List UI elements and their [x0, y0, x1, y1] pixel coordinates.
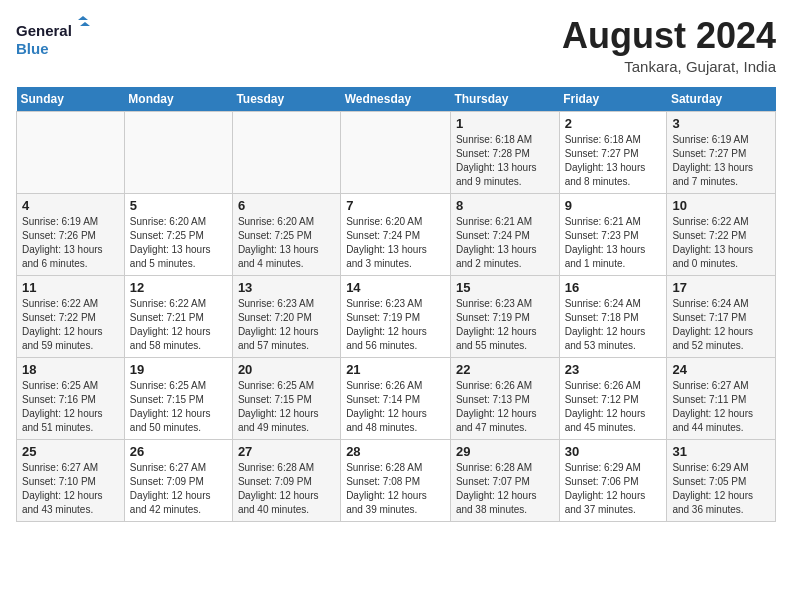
- day-number: 12: [130, 280, 227, 295]
- day-number: 6: [238, 198, 335, 213]
- day-number: 24: [672, 362, 770, 377]
- day-number: 10: [672, 198, 770, 213]
- calendar-day-22: 22Sunrise: 6:26 AMSunset: 7:13 PMDayligh…: [450, 357, 559, 439]
- day-number: 16: [565, 280, 662, 295]
- day-info: Sunrise: 6:20 AMSunset: 7:25 PMDaylight:…: [238, 215, 335, 271]
- weekday-header-monday: Monday: [124, 87, 232, 112]
- day-number: 17: [672, 280, 770, 295]
- day-number: 22: [456, 362, 554, 377]
- day-number: 14: [346, 280, 445, 295]
- calendar-week-row: 4Sunrise: 6:19 AMSunset: 7:26 PMDaylight…: [17, 193, 776, 275]
- calendar-empty-cell: [124, 111, 232, 193]
- day-info: Sunrise: 6:25 AMSunset: 7:15 PMDaylight:…: [130, 379, 227, 435]
- calendar-day-10: 10Sunrise: 6:22 AMSunset: 7:22 PMDayligh…: [667, 193, 776, 275]
- weekday-header-thursday: Thursday: [450, 87, 559, 112]
- day-number: 2: [565, 116, 662, 131]
- weekday-header-row: SundayMondayTuesdayWednesdayThursdayFrid…: [17, 87, 776, 112]
- title-block: August 2024 Tankara, Gujarat, India: [562, 16, 776, 75]
- day-info: Sunrise: 6:22 AMSunset: 7:22 PMDaylight:…: [672, 215, 770, 271]
- day-number: 30: [565, 444, 662, 459]
- calendar-week-row: 25Sunrise: 6:27 AMSunset: 7:10 PMDayligh…: [17, 439, 776, 521]
- day-info: Sunrise: 6:28 AMSunset: 7:07 PMDaylight:…: [456, 461, 554, 517]
- calendar-day-2: 2Sunrise: 6:18 AMSunset: 7:27 PMDaylight…: [559, 111, 667, 193]
- day-number: 28: [346, 444, 445, 459]
- calendar-empty-cell: [17, 111, 125, 193]
- day-info: Sunrise: 6:21 AMSunset: 7:24 PMDaylight:…: [456, 215, 554, 271]
- day-number: 18: [22, 362, 119, 377]
- day-info: Sunrise: 6:28 AMSunset: 7:08 PMDaylight:…: [346, 461, 445, 517]
- calendar-day-8: 8Sunrise: 6:21 AMSunset: 7:24 PMDaylight…: [450, 193, 559, 275]
- svg-text:Blue: Blue: [16, 40, 49, 57]
- calendar-day-24: 24Sunrise: 6:27 AMSunset: 7:11 PMDayligh…: [667, 357, 776, 439]
- day-info: Sunrise: 6:20 AMSunset: 7:24 PMDaylight:…: [346, 215, 445, 271]
- calendar-day-19: 19Sunrise: 6:25 AMSunset: 7:15 PMDayligh…: [124, 357, 232, 439]
- day-number: 3: [672, 116, 770, 131]
- day-info: Sunrise: 6:24 AMSunset: 7:17 PMDaylight:…: [672, 297, 770, 353]
- calendar-day-13: 13Sunrise: 6:23 AMSunset: 7:20 PMDayligh…: [232, 275, 340, 357]
- calendar-day-14: 14Sunrise: 6:23 AMSunset: 7:19 PMDayligh…: [341, 275, 451, 357]
- day-number: 23: [565, 362, 662, 377]
- logo: General Blue: [16, 16, 96, 64]
- day-info: Sunrise: 6:22 AMSunset: 7:21 PMDaylight:…: [130, 297, 227, 353]
- svg-text:General: General: [16, 22, 72, 39]
- calendar-day-30: 30Sunrise: 6:29 AMSunset: 7:06 PMDayligh…: [559, 439, 667, 521]
- calendar-day-12: 12Sunrise: 6:22 AMSunset: 7:21 PMDayligh…: [124, 275, 232, 357]
- day-number: 25: [22, 444, 119, 459]
- day-info: Sunrise: 6:19 AMSunset: 7:27 PMDaylight:…: [672, 133, 770, 189]
- day-info: Sunrise: 6:18 AMSunset: 7:28 PMDaylight:…: [456, 133, 554, 189]
- day-number: 1: [456, 116, 554, 131]
- day-info: Sunrise: 6:23 AMSunset: 7:19 PMDaylight:…: [346, 297, 445, 353]
- day-number: 7: [346, 198, 445, 213]
- day-number: 31: [672, 444, 770, 459]
- calendar-week-row: 11Sunrise: 6:22 AMSunset: 7:22 PMDayligh…: [17, 275, 776, 357]
- calendar-day-16: 16Sunrise: 6:24 AMSunset: 7:18 PMDayligh…: [559, 275, 667, 357]
- day-number: 27: [238, 444, 335, 459]
- calendar-day-25: 25Sunrise: 6:27 AMSunset: 7:10 PMDayligh…: [17, 439, 125, 521]
- day-info: Sunrise: 6:20 AMSunset: 7:25 PMDaylight:…: [130, 215, 227, 271]
- svg-marker-2: [78, 16, 88, 20]
- day-number: 13: [238, 280, 335, 295]
- weekday-header-saturday: Saturday: [667, 87, 776, 112]
- calendar-table: SundayMondayTuesdayWednesdayThursdayFrid…: [16, 87, 776, 522]
- day-number: 9: [565, 198, 662, 213]
- day-number: 15: [456, 280, 554, 295]
- day-info: Sunrise: 6:26 AMSunset: 7:12 PMDaylight:…: [565, 379, 662, 435]
- calendar-day-5: 5Sunrise: 6:20 AMSunset: 7:25 PMDaylight…: [124, 193, 232, 275]
- calendar-week-row: 1Sunrise: 6:18 AMSunset: 7:28 PMDaylight…: [17, 111, 776, 193]
- calendar-day-23: 23Sunrise: 6:26 AMSunset: 7:12 PMDayligh…: [559, 357, 667, 439]
- weekday-header-sunday: Sunday: [17, 87, 125, 112]
- month-year-title: August 2024: [562, 16, 776, 56]
- day-info: Sunrise: 6:27 AMSunset: 7:09 PMDaylight:…: [130, 461, 227, 517]
- calendar-day-20: 20Sunrise: 6:25 AMSunset: 7:15 PMDayligh…: [232, 357, 340, 439]
- day-info: Sunrise: 6:29 AMSunset: 7:06 PMDaylight:…: [565, 461, 662, 517]
- day-info: Sunrise: 6:22 AMSunset: 7:22 PMDaylight:…: [22, 297, 119, 353]
- calendar-day-27: 27Sunrise: 6:28 AMSunset: 7:09 PMDayligh…: [232, 439, 340, 521]
- calendar-day-17: 17Sunrise: 6:24 AMSunset: 7:17 PMDayligh…: [667, 275, 776, 357]
- day-number: 20: [238, 362, 335, 377]
- day-info: Sunrise: 6:21 AMSunset: 7:23 PMDaylight:…: [565, 215, 662, 271]
- day-number: 11: [22, 280, 119, 295]
- weekday-header-wednesday: Wednesday: [341, 87, 451, 112]
- calendar-day-1: 1Sunrise: 6:18 AMSunset: 7:28 PMDaylight…: [450, 111, 559, 193]
- calendar-day-31: 31Sunrise: 6:29 AMSunset: 7:05 PMDayligh…: [667, 439, 776, 521]
- weekday-header-friday: Friday: [559, 87, 667, 112]
- calendar-day-21: 21Sunrise: 6:26 AMSunset: 7:14 PMDayligh…: [341, 357, 451, 439]
- day-number: 5: [130, 198, 227, 213]
- location-subtitle: Tankara, Gujarat, India: [562, 58, 776, 75]
- calendar-empty-cell: [341, 111, 451, 193]
- day-info: Sunrise: 6:18 AMSunset: 7:27 PMDaylight:…: [565, 133, 662, 189]
- calendar-week-row: 18Sunrise: 6:25 AMSunset: 7:16 PMDayligh…: [17, 357, 776, 439]
- calendar-day-15: 15Sunrise: 6:23 AMSunset: 7:19 PMDayligh…: [450, 275, 559, 357]
- day-number: 26: [130, 444, 227, 459]
- day-info: Sunrise: 6:23 AMSunset: 7:19 PMDaylight:…: [456, 297, 554, 353]
- day-number: 21: [346, 362, 445, 377]
- day-info: Sunrise: 6:26 AMSunset: 7:13 PMDaylight:…: [456, 379, 554, 435]
- calendar-day-9: 9Sunrise: 6:21 AMSunset: 7:23 PMDaylight…: [559, 193, 667, 275]
- day-info: Sunrise: 6:27 AMSunset: 7:10 PMDaylight:…: [22, 461, 119, 517]
- calendar-day-11: 11Sunrise: 6:22 AMSunset: 7:22 PMDayligh…: [17, 275, 125, 357]
- day-info: Sunrise: 6:25 AMSunset: 7:16 PMDaylight:…: [22, 379, 119, 435]
- day-number: 8: [456, 198, 554, 213]
- calendar-day-18: 18Sunrise: 6:25 AMSunset: 7:16 PMDayligh…: [17, 357, 125, 439]
- day-info: Sunrise: 6:27 AMSunset: 7:11 PMDaylight:…: [672, 379, 770, 435]
- calendar-day-26: 26Sunrise: 6:27 AMSunset: 7:09 PMDayligh…: [124, 439, 232, 521]
